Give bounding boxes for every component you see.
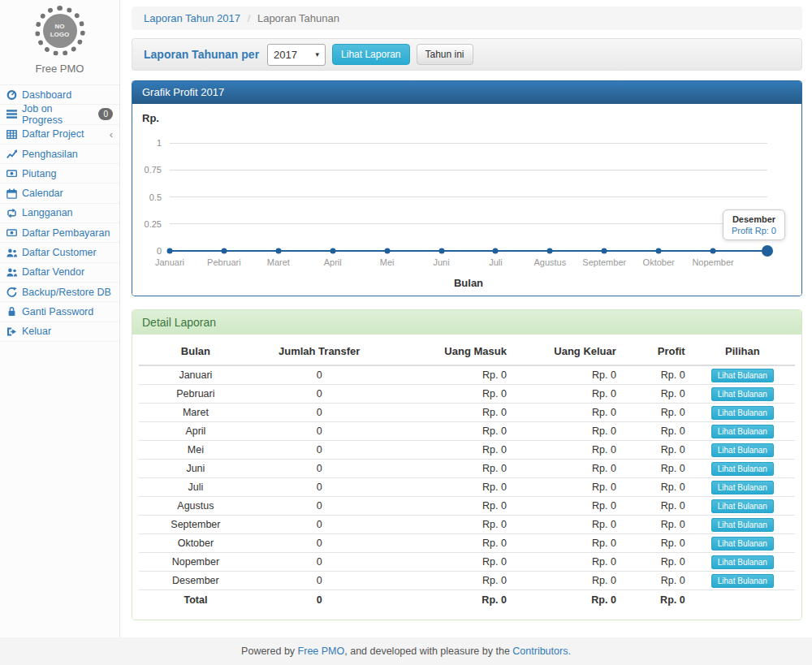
lihat-bulanan-button-mei[interactable]: Lihat Bulanan [711,443,774,457]
chart-point-juli[interactable] [493,248,499,254]
table-row: Januari0Rp. 0Rp. 0Rp. 0Lihat Bulanan [139,365,795,384]
cell-uang-keluar: Rp. 0 [512,515,621,533]
table-row: Oktober0Rp. 0Rp. 0Rp. 0Lihat Bulanan [139,533,795,552]
chart-point-april[interactable] [330,248,335,254]
cell-pilihan: Lihat Bulanan [690,496,795,515]
cell-uang-keluar: Rp. 0 [512,403,621,421]
tahun-ini-button[interactable]: Tahun ini [417,44,473,65]
cell-uang-keluar: Rp. 0 [512,421,621,440]
calendar-icon [6,188,17,199]
sidebar-menu: DashboardJob on Progress0Daftar Project‹… [0,84,119,342]
chart-point-september[interactable] [602,248,607,254]
filter-label: Laporan Tahunan per [144,48,259,61]
report-table: BulanJumlah TransferUang MasukUang Kelua… [139,338,795,608]
sidebar-item-penghasilan[interactable]: Penghasilan [0,145,119,164]
cell-profit: Rp. 0 [621,421,690,440]
cell-uang-keluar: Rp. 0 [512,552,621,571]
cell-profit: Rp. 0 [621,403,690,421]
sidebar-item-daftar-pembayaran[interactable]: Daftar Pembayaran [0,223,119,243]
sidebar-item-langganan[interactable]: Langganan [0,204,119,223]
sidebar-item-backup-restore-db[interactable]: Backup/Restore DB [0,283,119,302]
year-select[interactable]: 2017 ▾ [267,44,326,66]
cell-profit: Rp. 0 [621,477,690,496]
cell-pilihan: Lihat Bulanan [690,403,795,421]
sidebar-item-daftar-project[interactable]: Daftar Project‹ [0,125,119,145]
sidebar-item-label: Job on Progress [22,103,93,126]
cell-uang-masuk: Rp. 0 [387,571,512,589]
footer: Powered by Free PMO, and developed with … [0,637,812,665]
total-cell-pilihan [690,589,795,608]
chart-point-oktober[interactable] [656,248,662,254]
chart-point-nopember[interactable] [710,248,716,254]
lihat-bulanan-button-maret[interactable]: Lihat Bulanan [711,406,774,420]
cell-jumlah-transfer: 0 [253,421,387,440]
sidebar-item-label: Daftar Customer [22,247,97,258]
sidebar-item-calendar[interactable]: Calendar [0,184,119,203]
lihat-bulanan-button-nopember[interactable]: Lihat Bulanan [711,555,774,569]
x-tick-label: April [324,257,342,267]
chart-point-januari[interactable] [167,248,173,254]
breadcrumb-current: Laporan Tahunan [257,12,339,24]
cell-jumlah-transfer: 0 [253,384,387,403]
lock-icon [6,306,17,317]
cell-pilihan: Lihat Bulanan [690,477,795,496]
column-header-uang-masuk: Uang Masuk [387,338,512,365]
chart-point-pebruari[interactable] [221,248,227,254]
cell-pilihan: Lihat Bulanan [690,384,795,403]
cell-bulan: Oktober [139,533,253,552]
lihat-bulanan-button-januari[interactable]: Lihat Bulanan [711,369,774,382]
table-row: Mei0Rp. 0Rp. 0Rp. 0Lihat Bulanan [139,440,795,459]
footer-link-contributors[interactable]: Contributors. [512,646,571,657]
cell-pilihan: Lihat Bulanan [690,365,795,384]
cell-pilihan: Lihat Bulanan [690,421,795,440]
chart-point-maret[interactable] [275,248,281,254]
cell-jumlah-transfer: 0 [253,365,387,384]
detail-report-panel: Detail Laporan BulanJumlah TransferUang … [132,309,802,620]
chart-point-agustus[interactable] [547,248,553,254]
detail-panel-body: BulanJumlah TransferUang MasukUang Kelua… [132,335,801,620]
sidebar-item-keluar[interactable]: Keluar [0,322,119,342]
x-axis-title: Bulan [170,277,767,289]
cell-jumlah-transfer: 0 [253,571,387,589]
cell-bulan: September [139,515,253,533]
chart-point-juni[interactable] [438,248,444,254]
lihat-bulanan-button-juli[interactable]: Lihat Bulanan [711,481,774,494]
sidebar-item-job-on-progress[interactable]: Job on Progress0 [0,105,119,124]
lihat-bulanan-button-agustus[interactable]: Lihat Bulanan [711,499,774,513]
lihat-bulanan-button-september[interactable]: Lihat Bulanan [711,518,774,532]
x-tick-label: Nopember [692,257,733,267]
lihat-bulanan-button-april[interactable]: Lihat Bulanan [711,425,774,438]
sidebar-item-dashboard[interactable]: Dashboard [0,85,119,105]
cell-bulan: Pebruari [139,384,253,403]
sidebar-item-daftar-customer[interactable]: Daftar Customer [0,243,119,262]
breadcrumb-link[interactable]: Laporan Tahun 2017 [144,12,240,24]
sidebar-item-label: Daftar Project [22,128,84,140]
chart-point-mei[interactable] [384,248,390,254]
chart-point-desember[interactable] [762,245,773,257]
lihat-laporan-button[interactable]: Lihat Laporan [332,44,409,65]
sidebar-item-daftar-vendor[interactable]: Daftar Vendor [0,263,119,283]
x-tick-label: Januari [155,257,184,267]
cell-profit: Rp. 0 [621,365,690,384]
footer-link-freepmo[interactable]: Free PMO [298,646,345,657]
sidebar-item-ganti-password[interactable]: Ganti Password [0,302,119,322]
cell-profit: Rp. 0 [621,459,690,477]
tasks-icon [6,109,17,119]
x-tick-label: Maret [267,257,290,267]
lihat-bulanan-button-desember[interactable]: Lihat Bulanan [711,574,774,588]
total-cell-bulan: Total [139,589,253,608]
cell-profit: Rp. 0 [621,496,690,515]
cell-uang-masuk: Rp. 0 [387,440,512,459]
lihat-bulanan-button-oktober[interactable]: Lihat Bulanan [711,537,774,551]
sidebar-item-label: Daftar Vendor [22,266,84,278]
cell-bulan: Januari [139,365,253,384]
profit-chart-panel: Grafik Profit 2017 Rp. 00.250.50.751Janu… [132,80,802,296]
plot-area: 00.250.50.751JanuariPebruariMaretAprilMe… [170,143,767,251]
column-header-profit: Profit [621,338,690,365]
lihat-bulanan-button-juni[interactable]: Lihat Bulanan [711,462,774,476]
sidebar-item-piutang[interactable]: Piutang [0,164,119,184]
app-layout: NO LOGO Free PMO DashboardJob on Progres… [0,0,812,637]
cell-bulan: April [139,421,253,440]
lihat-bulanan-button-pebruari[interactable]: Lihat Bulanan [711,387,774,401]
tooltip-title: Desember [732,214,776,224]
